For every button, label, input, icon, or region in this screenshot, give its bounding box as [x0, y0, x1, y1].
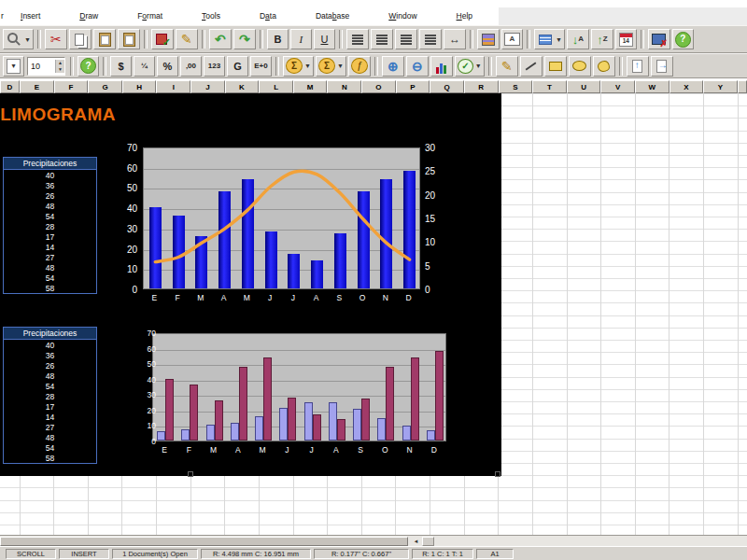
align-center-icon: [374, 32, 390, 47]
scientific-format-button[interactable]: E+0: [250, 56, 272, 77]
fraction-format-button[interactable]: ¼: [134, 56, 155, 77]
menu-item-format[interactable]: Format: [124, 7, 176, 25]
percent-format-label: %: [163, 61, 173, 72]
copy-icon: [72, 32, 89, 47]
insert-table-button[interactable]: ▼: [534, 29, 565, 49]
column-header-P[interactable]: P: [396, 80, 430, 93]
column-header-D[interactable]: D: [0, 80, 20, 93]
column-header-U[interactable]: U: [567, 80, 601, 93]
page-right-export-button[interactable]: [651, 56, 673, 77]
spinner-down-icon[interactable]: ▼: [56, 66, 64, 73]
delete-decimal-button[interactable]: ,00: [180, 56, 202, 77]
column-header-W[interactable]: W: [635, 80, 669, 93]
column-header-F[interactable]: F: [54, 80, 89, 93]
column-header-H[interactable]: H: [122, 80, 157, 93]
toolbar-separator: [275, 57, 279, 76]
column-header-M[interactable]: M: [293, 80, 328, 93]
insert-frame-button[interactable]: [477, 29, 500, 49]
column-header-E[interactable]: E: [20, 80, 54, 93]
autosum-button[interactable]: ▼: [316, 56, 346, 77]
draw-pencil-button[interactable]: [496, 56, 518, 77]
sum-button[interactable]: ▼: [283, 56, 314, 77]
column-header-Q[interactable]: Q: [430, 80, 464, 93]
menu-item-insert[interactable]: Insert: [7, 7, 53, 25]
chevron-down-icon: ▼: [556, 36, 562, 43]
font-size-spinner[interactable]: ▲▼: [55, 60, 64, 73]
column-header-S[interactable]: S: [499, 80, 533, 93]
insert-textbox-button[interactable]: [501, 29, 523, 49]
draw-rectangle-button[interactable]: [544, 56, 567, 77]
help-button[interactable]: [672, 29, 694, 49]
menu-item-draw[interactable]: Draw: [66, 7, 111, 25]
validity-button[interactable]: ▼: [455, 56, 485, 77]
align-right-button[interactable]: [395, 29, 417, 49]
redo-button[interactable]: [233, 29, 256, 49]
scroll-left-arrow-icon[interactable]: ◂: [411, 537, 421, 546]
column-header-Y[interactable]: Y: [703, 80, 738, 93]
sort-ascending-button[interactable]: [567, 29, 589, 49]
column-header-V[interactable]: V: [600, 80, 635, 93]
draw-line-button[interactable]: [520, 56, 543, 77]
bold-button[interactable]: B: [267, 29, 289, 49]
function-wizard-button[interactable]: [348, 56, 371, 77]
column-header-X[interactable]: X: [669, 80, 704, 93]
column-header-K[interactable]: K: [225, 80, 260, 93]
cancel-screen-button[interactable]: [648, 29, 670, 49]
x-axis-category-label: A: [307, 293, 326, 302]
zoom-out-button[interactable]: [406, 56, 429, 77]
selection-handle-bottom-right[interactable]: [495, 471, 500, 477]
font-name-combo-button[interactable]: [3, 56, 24, 77]
insert-chart-button[interactable]: [430, 56, 453, 77]
page-up-export-button[interactable]: [627, 56, 649, 77]
align-center-button[interactable]: [371, 29, 393, 49]
spinner-up-icon[interactable]: ▲: [56, 60, 64, 66]
column-header-I[interactable]: I: [156, 80, 190, 93]
zoom-tool-icon: [6, 32, 22, 47]
paste-button[interactable]: [93, 29, 116, 49]
paste-special-button[interactable]: [118, 29, 140, 49]
menu-item-window[interactable]: Window: [375, 7, 430, 25]
italic-button[interactable]: I: [290, 29, 312, 49]
percent-format-button[interactable]: %: [157, 56, 178, 77]
column-header-R[interactable]: R: [464, 80, 499, 93]
table-row: 27: [4, 422, 96, 432]
cut-button[interactable]: [45, 29, 67, 49]
edit-pencil-button[interactable]: [176, 29, 198, 49]
sort-descending-button[interactable]: [591, 29, 613, 49]
copy-button[interactable]: [69, 29, 92, 49]
sheet-area[interactable]: CLIMOGRAMA Precipitaciones40362648542817…: [0, 93, 747, 535]
insert-date-button[interactable]: [615, 29, 637, 49]
menu-item-tools[interactable]: Tools: [189, 7, 233, 25]
menu-item-database[interactable]: Database: [303, 7, 362, 25]
column-header-J[interactable]: J: [190, 80, 225, 93]
underline-button[interactable]: U: [314, 29, 335, 49]
align-justify-button[interactable]: [419, 29, 442, 49]
number-format-button[interactable]: 123: [204, 56, 225, 77]
zoom-tool-button[interactable]: ▼: [3, 29, 34, 49]
column-header-O[interactable]: O: [361, 80, 396, 93]
y-axis-tick-label: 60: [135, 344, 156, 354]
climograma-drawing-object[interactable]: CLIMOGRAMA Precipitaciones40362648542817…: [0, 93, 501, 476]
help-agent-button[interactable]: [78, 56, 99, 77]
table-row: 40: [4, 170, 96, 180]
align-left-button[interactable]: [346, 29, 369, 49]
draw-ellipse-button[interactable]: [569, 56, 591, 77]
menu-item-partial[interactable]: r: [0, 7, 7, 25]
column-header-T[interactable]: T: [532, 80, 567, 93]
zoom-in-button[interactable]: [382, 56, 404, 77]
draw-freeform-button[interactable]: [593, 56, 615, 77]
undo-button[interactable]: [209, 29, 232, 49]
currency-format-button[interactable]: $: [110, 56, 132, 77]
optimal-width-button[interactable]: [444, 29, 466, 49]
column-header-N[interactable]: N: [327, 80, 361, 93]
column-header-G[interactable]: G: [88, 80, 122, 93]
chart-2-bar: [157, 431, 165, 441]
font-size-input[interactable]: 10▲▼: [27, 57, 65, 76]
menu-item-help[interactable]: Help: [444, 7, 486, 25]
standard-format-button[interactable]: G: [227, 56, 248, 77]
menu-item-data[interactable]: Data: [247, 7, 289, 25]
horizontal-scrollbar-thumb[interactable]: [0, 537, 408, 546]
selection-handle-bottom-mid[interactable]: [188, 471, 193, 477]
column-header-L[interactable]: L: [259, 80, 293, 93]
spellcheck-button[interactable]: [151, 29, 174, 49]
